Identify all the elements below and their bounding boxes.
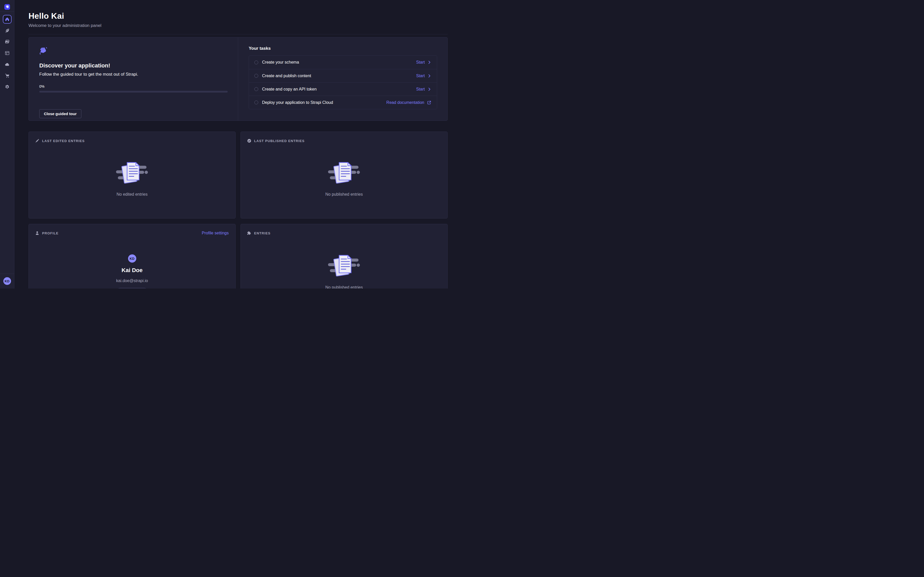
sidebar-footer-divider (0, 274, 15, 274)
profile-widget: PROFILE Profile settings KD Kai Doe kai.… (29, 224, 236, 288)
home-icon (5, 17, 10, 22)
empty-documents-illustration (328, 254, 360, 278)
chevron-right-icon (427, 87, 431, 91)
media-library-icon (5, 39, 10, 44)
sidebar-item-cloud[interactable] (3, 60, 11, 69)
task-label: Deploy your application to Strapi Cloud (262, 100, 386, 105)
guided-tour-description: Follow the guided tour to get the most o… (39, 72, 228, 77)
widget-title: LAST PUBLISHED ENTRIES (254, 139, 305, 143)
tasks-list: Create your schema Start Create and publ… (249, 55, 437, 109)
task-status-circle (254, 87, 258, 91)
task-read-documentation-link[interactable]: Read documentation (386, 100, 431, 105)
progress-percentage: 0% (39, 84, 228, 89)
gear-icon (5, 84, 10, 90)
waving-hand-icon (39, 47, 48, 55)
task-status-circle (254, 100, 258, 105)
tasks-title: Your tasks (249, 46, 437, 51)
profile-email: kai.doe@strapi.io (116, 279, 148, 283)
task-status-circle (254, 61, 258, 64)
page-subtitle: Welcome to your administration panel (29, 23, 447, 28)
empty-documents-illustration (328, 161, 360, 185)
sidebar-item-marketplace[interactable] (3, 71, 11, 80)
external-link-icon (427, 100, 431, 105)
widget-title: LAST EDITED ENTRIES (42, 139, 85, 143)
empty-state-text: No published entries (325, 192, 363, 197)
widget-header: LAST PUBLISHED ENTRIES (241, 132, 447, 143)
widgets-row-2: PROFILE Profile settings KD Kai Doe kai.… (29, 224, 447, 288)
task-action-label: Start (416, 87, 425, 92)
widget-title: ENTRIES (254, 231, 271, 235)
task-row-create-api-token: Create and copy an API token Start (249, 82, 437, 96)
chevron-right-icon (427, 60, 431, 64)
main-content: Hello Kai Welcome to your administration… (15, 0, 462, 288)
widget-title: PROFILE (42, 231, 58, 235)
empty-state-text: No published entries (325, 285, 363, 288)
widget-body: No published entries (241, 143, 447, 197)
task-row-create-publish-content: Create and publish content Start (249, 69, 437, 82)
feather-icon (5, 28, 10, 33)
user-avatar[interactable]: KD (3, 277, 11, 285)
sidebar-item-settings[interactable] (3, 82, 11, 91)
guided-tour-card: Discover your application! Follow the gu… (29, 37, 447, 121)
sidebar-nav (3, 15, 11, 94)
close-guided-tour-button[interactable]: Close guided tour (39, 109, 81, 118)
chevron-right-icon (427, 74, 431, 78)
empty-documents-illustration (116, 161, 149, 185)
task-start-link[interactable]: Start (416, 60, 431, 64)
task-start-link[interactable]: Start (416, 74, 431, 78)
task-label: Create your schema (262, 60, 416, 64)
sidebar: KD (0, 0, 15, 288)
page-header: Hello Kai Welcome to your administration… (29, 11, 447, 34)
check-circle-icon (247, 139, 252, 143)
task-action-label: Start (416, 60, 425, 64)
profile-avatar: KD (128, 255, 136, 263)
pencil-icon (35, 139, 40, 143)
task-action-label: Start (416, 74, 425, 78)
widget-header: LAST EDITED ENTRIES (29, 132, 235, 143)
widget-header: ENTRIES (241, 224, 447, 235)
task-label: Create and copy an API token (262, 87, 416, 92)
user-icon (35, 231, 40, 235)
profile-name: Kai Doe (122, 267, 143, 274)
sidebar-footer: KD (0, 274, 15, 288)
last-edited-entries-widget: LAST EDITED ENTRIES No edited entries (29, 132, 236, 219)
empty-state-text: No edited entries (116, 192, 148, 197)
task-start-link[interactable]: Start (416, 87, 431, 92)
marketplace-cart-icon (5, 73, 10, 78)
widget-body: KD Kai Doe kai.doe@strapi.io (29, 235, 235, 288)
page-title: Hello Kai (29, 11, 447, 21)
widget-body: No published entries (241, 235, 447, 288)
guided-tour-title: Discover your application! (39, 62, 228, 69)
sidebar-item-home[interactable] (3, 15, 11, 24)
cloud-icon (5, 62, 10, 67)
task-row-create-schema: Create your schema Start (249, 56, 437, 69)
task-row-deploy-strapi-cloud: Deploy your application to Strapi Cloud … (249, 96, 437, 109)
puzzle-icon (247, 231, 252, 235)
strapi-logo-mark (4, 4, 10, 10)
sidebar-item-content-manager[interactable] (3, 26, 11, 35)
entries-widget: ENTRIES No published entries (241, 224, 447, 288)
widgets-row-1: LAST EDITED ENTRIES No edited entries LA… (29, 132, 447, 219)
widget-body: No edited entries (29, 143, 235, 197)
task-label: Create and publish content (262, 74, 416, 78)
tasks-section: Your tasks Create your schema Start Crea… (238, 37, 447, 121)
widget-header: PROFILE Profile settings (29, 224, 235, 235)
content-type-builder-icon (5, 50, 10, 56)
guided-tour-section: Discover your application! Follow the gu… (29, 37, 238, 121)
sidebar-item-media-library[interactable] (3, 37, 11, 46)
task-status-circle (254, 74, 258, 78)
profile-settings-link[interactable]: Profile settings (202, 231, 229, 235)
profile-role-badge (118, 288, 147, 288)
progress-bar (39, 91, 228, 93)
last-published-entries-widget: LAST PUBLISHED ENTRIES No published entr… (241, 132, 447, 219)
strapi-logo[interactable] (4, 4, 10, 10)
task-action-label: Read documentation (386, 100, 424, 105)
sidebar-item-content-type-builder[interactable] (3, 49, 11, 58)
